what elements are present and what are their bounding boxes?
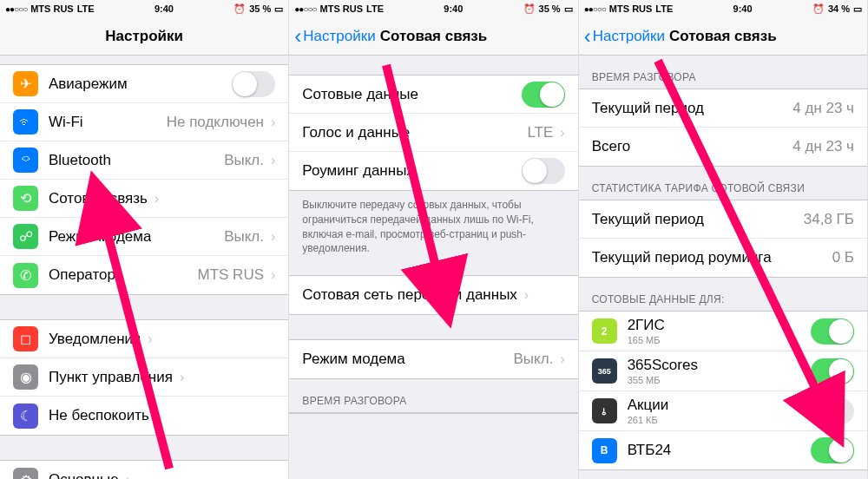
notifications-icon: ◻ xyxy=(13,326,38,351)
app-row-stocks[interactable]: ⫰Акции261 КБ xyxy=(579,391,867,431)
chevron-right-icon: › xyxy=(524,287,529,303)
airplane-icon: ✈ xyxy=(13,71,38,96)
battery-pct: 35 % xyxy=(539,3,561,14)
page-title: Сотовая связь xyxy=(380,28,488,45)
row-voice-data[interactable]: Голос и данныеLTE› xyxy=(289,114,577,152)
chevron-right-icon: › xyxy=(271,267,275,283)
app-icon: 365 xyxy=(592,358,617,384)
chevron-right-icon: › xyxy=(156,408,161,423)
row-general[interactable]: ⚙Основные› xyxy=(0,461,288,479)
bluetooth-icon: ⌔ xyxy=(13,148,38,173)
battery-pct: 34 % xyxy=(828,3,850,14)
carrier-label: MTS RUS xyxy=(320,3,364,14)
signal-dots: ●●○○○ xyxy=(584,4,606,14)
chevron-right-icon: › xyxy=(180,370,184,385)
status-bar: ●●○○○ MTS RUS LTE 9:40 ⏰ 35 % ▭ xyxy=(0,0,288,17)
battery-icon: ▭ xyxy=(274,3,283,15)
chevron-left-icon: ‹ xyxy=(584,26,591,47)
group-header-calltime: ВРЕМЯ РАЗГОВОРА xyxy=(289,379,577,412)
row-control-center[interactable]: ◉Пункт управления› xyxy=(0,358,288,397)
battery-icon: ▭ xyxy=(564,3,573,15)
hotspot-icon: ☍ xyxy=(13,224,38,249)
row-apn[interactable]: Сотовая сеть передачи данных› xyxy=(289,276,577,314)
gear-icon: ⚙ xyxy=(13,468,38,480)
row-roaming[interactable]: Роуминг данных xyxy=(289,152,577,190)
app-icon: ⫰ xyxy=(592,398,617,423)
row-data-current: Текущий период34,8 ГБ xyxy=(579,200,867,239)
app-row-vtb24[interactable]: BВТБ24 xyxy=(579,431,867,469)
cell-data-toggle[interactable] xyxy=(522,82,565,108)
chevron-right-icon: › xyxy=(155,191,159,207)
app-toggle[interactable] xyxy=(811,318,854,344)
app-toggle[interactable] xyxy=(811,398,854,424)
row-current-period: Текущий период4 дн 23 ч xyxy=(579,89,867,128)
network-label: LTE xyxy=(77,3,95,14)
back-button[interactable]: ‹Настройки xyxy=(294,17,375,55)
back-button[interactable]: ‹Настройки xyxy=(584,17,665,55)
battery-pct: 35 % xyxy=(249,3,271,14)
row-hotspot[interactable]: Режим модемаВыкл.› xyxy=(289,340,577,378)
row-airplane[interactable]: ✈Авиарежим xyxy=(0,65,288,103)
page-title: Сотовая связь xyxy=(669,28,777,45)
alarm-icon: ⏰ xyxy=(233,3,246,15)
phone-icon: ✆ xyxy=(13,263,38,288)
chevron-right-icon: › xyxy=(271,229,275,245)
nav-bar: Настройки xyxy=(0,17,288,56)
chevron-right-icon: › xyxy=(560,125,564,141)
screen-settings-root: ●●○○○ MTS RUS LTE 9:40 ⏰ 35 % ▭ Настройк… xyxy=(0,0,289,479)
app-icon: 2 xyxy=(592,318,617,344)
group-header-calltime: ВРЕМЯ РАЗГОВОРА xyxy=(579,56,867,89)
signal-dots: ●●○○○ xyxy=(294,4,316,14)
alarm-icon: ⏰ xyxy=(523,3,536,15)
app-toggle[interactable] xyxy=(811,437,854,463)
row-bluetooth[interactable]: ⌔BluetoothВыкл.› xyxy=(0,141,288,180)
app-row-2gis[interactable]: 22ГИС165 МБ xyxy=(579,312,867,351)
screen-cellular: ●●○○○MTS RUSLTE 9:40 ⏰35 %▭ ‹Настройки С… xyxy=(289,0,578,479)
moon-icon: ☾ xyxy=(13,404,38,429)
network-label: LTE xyxy=(366,3,384,14)
status-bar: ●●○○○MTS RUSLTE 9:40 ⏰35 %▭ xyxy=(289,0,577,17)
row-wifi[interactable]: ᯤWi-FiНе подключен› xyxy=(0,103,288,141)
network-label: LTE xyxy=(655,3,673,14)
page-title: Настройки xyxy=(105,28,183,45)
chevron-right-icon: › xyxy=(148,331,152,347)
row-carrier[interactable]: ✆ОператорMTS RUS› xyxy=(0,256,288,294)
carrier-label: MTS RUS xyxy=(609,3,653,14)
clock: 9:40 xyxy=(444,3,463,14)
signal-dots: ●●○○○ xyxy=(5,4,27,14)
airplane-toggle[interactable] xyxy=(232,71,275,97)
row-notifications[interactable]: ◻Уведомления› xyxy=(0,320,288,358)
chevron-right-icon: › xyxy=(271,153,275,168)
row-cellular[interactable]: ⟲Сотовая связь› xyxy=(0,180,288,218)
status-bar: ●●○○○MTS RUSLTE 9:40 ⏰34 %▭ xyxy=(579,0,867,17)
chevron-left-icon: ‹ xyxy=(294,26,301,47)
nav-bar: ‹Настройки Сотовая связь xyxy=(289,17,577,56)
row-total: Всего4 дн 23 ч xyxy=(579,128,867,166)
carrier-label: MTS RUS xyxy=(30,3,74,14)
cellular-icon: ⟲ xyxy=(13,186,38,211)
chevron-right-icon: › xyxy=(126,472,130,479)
wifi-icon: ᯤ xyxy=(13,109,38,135)
row-data-roaming: Текущий период роуминга0 Б xyxy=(579,239,867,277)
clock: 9:40 xyxy=(733,3,753,14)
footer-text: Выключите передачу сотовых данных, чтобы… xyxy=(289,191,577,259)
screen-cellular-usage: ●●○○○MTS RUSLTE 9:40 ⏰34 %▭ ‹Настройки С… xyxy=(579,0,868,479)
row-cell-data[interactable]: Сотовые данные xyxy=(289,75,577,114)
app-icon: B xyxy=(592,438,617,463)
chevron-right-icon: › xyxy=(560,351,564,367)
nav-bar: ‹Настройки Сотовая связь xyxy=(579,17,867,56)
chevron-right-icon: › xyxy=(271,115,275,130)
row-dnd[interactable]: ☾Не беспокоить› xyxy=(0,397,288,435)
group-header-apps: СОТОВЫЕ ДАННЫЕ ДЛЯ: xyxy=(579,278,867,311)
control-center-icon: ◉ xyxy=(13,364,38,390)
group-header-stats: СТАТИСТИКА ТАРИФА СОТОВОЙ СВЯЗИ xyxy=(579,167,867,200)
app-toggle[interactable] xyxy=(811,358,854,384)
alarm-icon: ⏰ xyxy=(812,3,825,15)
battery-icon: ▭ xyxy=(853,3,862,15)
row-hotspot[interactable]: ☍Режим модемаВыкл.› xyxy=(0,218,288,256)
clock: 9:40 xyxy=(155,3,174,14)
app-row-365scores[interactable]: 365365Scores355 МБ xyxy=(579,351,867,391)
roaming-toggle[interactable] xyxy=(522,158,565,184)
